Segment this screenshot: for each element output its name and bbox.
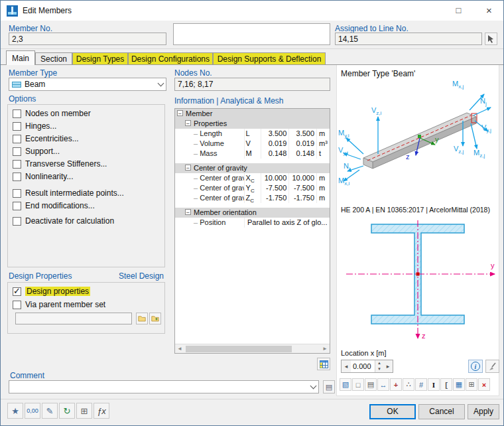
- formula-button[interactable]: ƒx: [94, 403, 109, 419]
- comment-presets-button[interactable]: ▤: [323, 380, 335, 393]
- select-lines-button[interactable]: [485, 33, 497, 45]
- checkbox-eccentricities[interactable]: Eccentricities...: [13, 133, 79, 144]
- location-x-spinner[interactable]: ▲ ▼: [375, 360, 383, 372]
- notes-icon: ▤: [326, 383, 332, 391]
- section-info-button[interactable]: i: [468, 360, 483, 373]
- table-group-center-of-gravity[interactable]: Center of gravity: [175, 163, 330, 173]
- checkbox-support[interactable]: Support...: [13, 146, 60, 157]
- dimensions-icon[interactable]: ↔: [377, 378, 389, 391]
- folder-icon: [138, 315, 146, 322]
- outline-icon[interactable]: □: [352, 378, 364, 391]
- checkbox-icon[interactable]: [13, 173, 21, 181]
- member-no-input[interactable]: [9, 33, 166, 45]
- table-row-cog-x[interactable]: Center of gravity XC 10.000 10.000 m: [175, 173, 330, 183]
- stress-points-icon[interactable]: ∴: [403, 378, 414, 391]
- checkbox-nodes-on-member[interactable]: Nodes on member: [13, 108, 91, 119]
- folder-plus-icon: [151, 315, 159, 322]
- pick-arrow-icon: [487, 35, 495, 43]
- checkbox-via-parent-member-set[interactable]: Via parent member set: [13, 299, 105, 310]
- label-vzi: Vz,i: [371, 106, 381, 116]
- group-label: Member orientation: [194, 208, 257, 218]
- checkbox-hinges[interactable]: Hinges...: [13, 121, 56, 131]
- units-button[interactable]: 0,00: [25, 403, 40, 419]
- principal-axes-icon[interactable]: +: [390, 378, 402, 391]
- checkbox-result-intermediate-points[interactable]: Result intermediate points...: [13, 188, 124, 198]
- new-folder-button[interactable]: [149, 313, 161, 324]
- tab-design-types[interactable]: Design Types: [72, 52, 128, 65]
- collapse-icon[interactable]: [185, 120, 191, 126]
- checkbox-icon[interactable]: [13, 301, 21, 309]
- collapse-icon[interactable]: [177, 110, 183, 116]
- comment-combobox[interactable]: [9, 380, 319, 393]
- group-label: Member: [186, 109, 212, 119]
- tab-design-supports[interactable]: Design Supports & Deflection: [213, 52, 326, 65]
- table-row-volume[interactable]: Volume V 0.019 0.019 m³: [175, 139, 330, 149]
- step-left-icon[interactable]: ◂: [342, 360, 351, 372]
- table-group-member-orientation[interactable]: Member orientation: [175, 208, 330, 218]
- step-right-icon[interactable]: ▸: [383, 360, 393, 372]
- nodes-no-input[interactable]: [174, 78, 330, 91]
- numbering-icon[interactable]: #: [415, 378, 427, 391]
- members-multi-box[interactable]: [173, 23, 330, 45]
- maximize-icon[interactable]: □: [444, 1, 473, 20]
- checkbox-label: Support...: [25, 147, 60, 156]
- tab-main[interactable]: Main: [6, 50, 35, 65]
- beam-3d-drawing: [337, 78, 500, 204]
- open-table-button[interactable]: [317, 358, 330, 370]
- apply-button[interactable]: Apply: [468, 404, 499, 419]
- scroll-left-icon[interactable]: ◄: [175, 346, 184, 352]
- part-view-icon[interactable]: [: [440, 378, 452, 391]
- checkbox-transverse-stiffeners[interactable]: Transverse Stiffeners...: [13, 159, 107, 169]
- ok-button[interactable]: OK: [369, 404, 416, 419]
- table-row-mass[interactable]: Mass M 0.148 0.148 t: [175, 149, 330, 159]
- cancel-button[interactable]: Cancel: [418, 404, 465, 419]
- open-folder-button[interactable]: [136, 313, 148, 324]
- reset-view-icon[interactable]: ×: [478, 378, 490, 391]
- assigned-line-input[interactable]: [335, 33, 482, 45]
- scroll-right-icon[interactable]: ►: [320, 346, 330, 352]
- i-profile-icon[interactable]: I: [428, 378, 440, 391]
- checkbox-icon[interactable]: [13, 135, 21, 143]
- clear-button[interactable]: [485, 360, 499, 373]
- horizontal-scrollbar[interactable]: ◄ ►: [175, 344, 330, 353]
- location-x-stepper[interactable]: ◂ 0.000 ▲ ▼ ▸: [341, 360, 393, 373]
- scrollbar-thumb[interactable]: [186, 346, 292, 352]
- checkbox-deactivate-for-calculation[interactable]: Deactivate for calculation: [13, 216, 114, 226]
- table-row-length[interactable]: Length L 3.500 3.500 m: [175, 129, 330, 139]
- tab-section[interactable]: Section: [35, 52, 72, 65]
- calculator-button[interactable]: ⊞: [76, 403, 92, 419]
- location-x-value[interactable]: 0.000: [351, 360, 375, 372]
- render-section-icon[interactable]: ▧: [340, 378, 351, 391]
- tab-design-configurations[interactable]: Design Configurations: [128, 52, 213, 65]
- checkbox-icon[interactable]: [13, 109, 21, 118]
- table-row-position[interactable]: Position Parallel to axis Z of glo...: [175, 218, 330, 228]
- table-row-cog-z[interactable]: Center of gravity ZC -1.750 -1.750 m: [175, 193, 330, 203]
- close-icon[interactable]: ×: [474, 1, 504, 20]
- checkbox-end-modifications[interactable]: End modifications...: [13, 200, 95, 211]
- values-table-icon[interactable]: ⊞: [466, 378, 477, 391]
- spin-down-icon[interactable]: ▼: [375, 366, 383, 372]
- table-group-member[interactable]: Member: [175, 109, 330, 119]
- checkbox-icon[interactable]: [13, 202, 21, 210]
- parent-member-set-input[interactable]: [15, 313, 132, 324]
- member-type-dropdown[interactable]: Beam: [9, 78, 166, 91]
- table-group-properties[interactable]: Properties: [175, 119, 330, 129]
- collapse-icon[interactable]: [185, 165, 191, 171]
- checkbox-icon[interactable]: [13, 122, 21, 131]
- table-row-cog-y[interactable]: Center of gravity YC -7.500 -7.500 m: [175, 183, 330, 193]
- grid-icon[interactable]: ▦: [453, 378, 465, 391]
- location-x-label: Location x [m]: [341, 349, 386, 357]
- checkbox-design-properties[interactable]: Design properties: [13, 286, 90, 297]
- refresh-button[interactable]: ↻: [59, 403, 75, 419]
- checkbox-icon[interactable]: [13, 147, 21, 156]
- checkbox-icon[interactable]: [13, 189, 21, 198]
- favorites-button[interactable]: ★: [7, 403, 23, 419]
- collapse-icon[interactable]: [185, 209, 191, 215]
- edit-defaults-button[interactable]: ✎: [42, 403, 58, 419]
- checkbox-checked-icon[interactable]: [13, 287, 21, 296]
- checkbox-icon[interactable]: [13, 160, 21, 169]
- checkbox-nonlinearity[interactable]: Nonlinearity...: [13, 171, 73, 182]
- hatching-icon[interactable]: ▤: [365, 378, 377, 391]
- spin-up-icon[interactable]: ▲: [375, 360, 383, 366]
- checkbox-icon[interactable]: [13, 217, 21, 226]
